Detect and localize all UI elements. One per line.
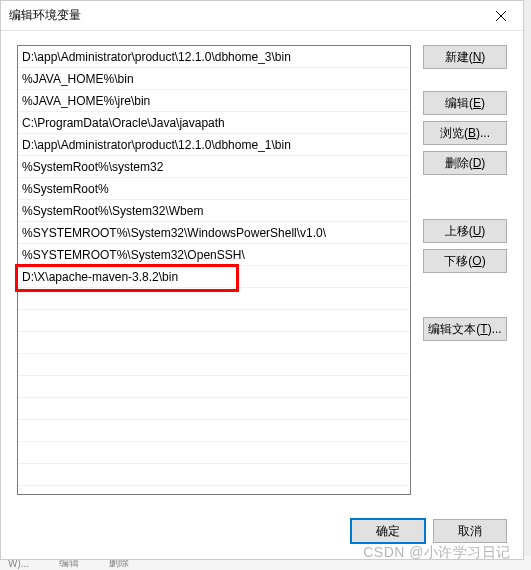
move-up-button[interactable]: 上移(U) <box>423 219 507 243</box>
list-item[interactable]: C:\ProgramData\Oracle\Java\javapath <box>18 112 410 134</box>
list-item[interactable] <box>18 288 410 310</box>
close-button[interactable] <box>479 1 523 31</box>
list-item[interactable]: %JAVA_HOME%\jre\bin <box>18 90 410 112</box>
cancel-button[interactable]: 取消 <box>433 519 507 543</box>
edit-text-button[interactable]: 编辑文本(T)... <box>423 317 507 341</box>
list-item[interactable] <box>18 420 410 442</box>
list-item[interactable]: %SystemRoot%\system32 <box>18 156 410 178</box>
titlebar: 编辑环境变量 <box>1 1 523 31</box>
list-item[interactable]: D:\X\apache-maven-3.8.2\bin <box>18 266 410 288</box>
list-item[interactable]: %SYSTEMROOT%\System32\WindowsPowerShell\… <box>18 222 410 244</box>
edit-button[interactable]: 编辑(E) <box>423 91 507 115</box>
list-item[interactable]: D:\app\Administrator\product\12.1.0\dbho… <box>18 134 410 156</box>
close-icon <box>496 11 506 21</box>
list-item[interactable]: %SYSTEMROOT%\System32\OpenSSH\ <box>18 244 410 266</box>
move-down-button[interactable]: 下移(O) <box>423 249 507 273</box>
list-item[interactable]: D:\app\Administrator\product\12.1.0\dbho… <box>18 46 410 68</box>
path-listbox[interactable]: D:\app\Administrator\product\12.1.0\dbho… <box>17 45 411 495</box>
list-item[interactable]: %JAVA_HOME%\bin <box>18 68 410 90</box>
list-item[interactable] <box>18 310 410 332</box>
list-item[interactable] <box>18 332 410 354</box>
ok-button[interactable]: 确定 <box>351 519 425 543</box>
list-item[interactable] <box>18 398 410 420</box>
new-button[interactable]: 新建(N) <box>423 45 507 69</box>
list-item[interactable] <box>18 354 410 376</box>
delete-button[interactable]: 删除(D) <box>423 151 507 175</box>
edit-env-var-dialog: 编辑环境变量 D:\app\Administrator\product\12.1… <box>0 0 524 560</box>
list-item[interactable] <box>18 464 410 486</box>
list-item[interactable]: %SystemRoot%\System32\Wbem <box>18 200 410 222</box>
browse-button[interactable]: 浏览(B)... <box>423 121 507 145</box>
dialog-title: 编辑环境变量 <box>9 7 479 24</box>
list-item[interactable] <box>18 376 410 398</box>
list-item[interactable] <box>18 442 410 464</box>
list-item[interactable]: %SystemRoot% <box>18 178 410 200</box>
